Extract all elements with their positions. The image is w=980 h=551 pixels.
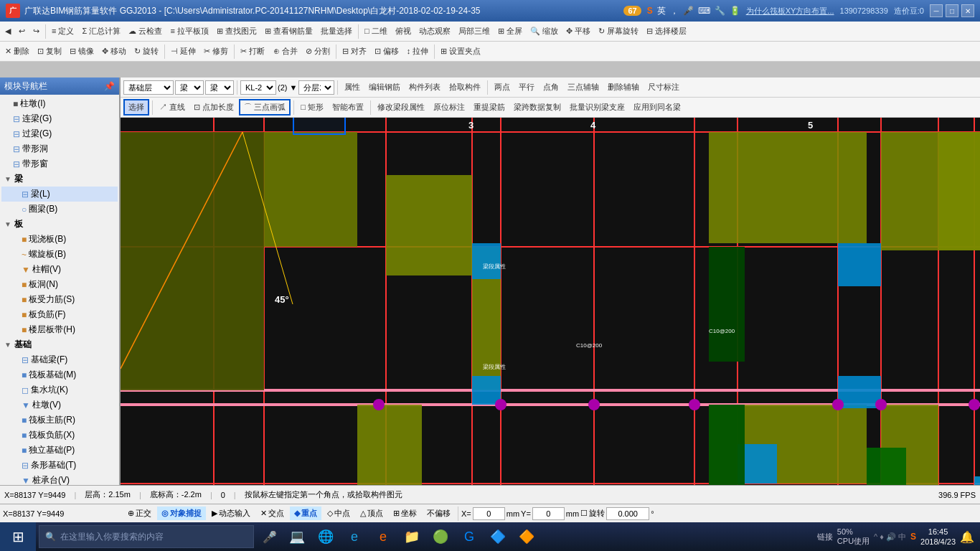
component-list-button[interactable]: 构件列表 [405,80,444,94]
beam-code-select[interactable]: KL-2 [240,80,276,95]
element-select[interactable]: 梁 [205,80,234,95]
minimize-button[interactable]: ─ [930,4,943,17]
smart-layout-button[interactable]: 智能布置 [329,100,367,114]
tree-item-loucenga[interactable]: ■ 楼层板带(H) [1,322,118,337]
two-point-button[interactable]: 两点 [491,80,514,94]
redo-button[interactable]: ↪ [29,25,43,37]
tree-item-daixingdong[interactable]: ⊟ 带形洞 [1,141,118,156]
help-link[interactable]: 为什么筏板XY方向布置... [746,6,834,17]
summary-button[interactable]: Σ 汇总计算 [78,24,124,38]
delete-button[interactable]: ✕ 删除 [1,44,33,58]
taskbar-app-ie[interactable]: e [340,522,369,551]
section-jichu[interactable]: ▼ 基础 [1,337,118,352]
taskbar-app-ie2[interactable]: e [369,522,397,551]
tree-item-quanliang[interactable]: ○ 圈梁(B) [1,202,118,217]
tree-item-luoxuanban[interactable]: ~ 螺旋板(B) [1,247,118,262]
y-input[interactable] [532,507,565,520]
x-input[interactable] [473,507,505,520]
fullscreen-button[interactable]: ⊞ 全屏 [494,24,526,38]
taskbar-app-edge[interactable]: 🌐 [311,522,340,551]
flat-top-button[interactable]: ≡ 拉平板顶 [166,24,212,38]
tree-item-jishuikeng[interactable]: ◻ 集水坑(K) [1,382,118,397]
top-view-button[interactable]: 俯视 [392,24,415,38]
select-floor-button[interactable]: ⊟ 选择楼层 [643,24,690,38]
close-button[interactable]: ✕ [961,4,974,17]
tree-item-daixingchuang[interactable]: ⊟ 带形窗 [1,156,118,171]
batch-select-button[interactable]: 批量选择 [317,24,356,38]
define-button[interactable]: ≡ 定义 [48,24,77,38]
dimension-button[interactable]: 尺寸标注 [644,80,683,94]
pick-component-button[interactable]: 拾取构件 [446,80,484,94]
stretch-button[interactable]: ↕ 拉伸 [403,44,433,58]
move-button[interactable]: ✥ 移动 [98,44,130,58]
tree-item-banfujin[interactable]: ■ 板负筋(F) [1,307,118,322]
section-ban[interactable]: ▼ 板 [1,217,118,232]
line-tool-button[interactable]: ↗ 直线 [156,100,189,114]
batch-identify-button[interactable]: 批量识别梁支座 [566,100,628,114]
ortho-button[interactable]: ⊕ 正交 [123,507,156,520]
copy-button[interactable]: ⊡ 复制 [34,44,65,58]
intersection-button[interactable]: ✕ 交点 [256,507,288,520]
tree-item-fabanzhuji[interactable]: ■ 筏板主筋(R) [1,413,118,428]
modify-beam-prop-button[interactable]: 修改梁段属性 [374,100,428,114]
beam-span-copy-button[interactable]: 梁跨数据复制 [510,100,565,114]
taskbar-app-blue2[interactable]: 🔷 [484,522,512,551]
position-mark-button[interactable]: 原位标注 [430,100,468,114]
center-button[interactable]: ◇ 中点 [323,507,354,520]
back-button[interactable]: ◀ [1,25,14,37]
dynamic-view-button[interactable]: 动态观察 [415,24,454,38]
maximize-button[interactable]: □ [946,4,958,17]
merge-button[interactable]: ⊕ 合并 [270,44,301,58]
start-button[interactable]: ⊞ [0,522,36,551]
three-point-aux-button[interactable]: 三点辅轴 [564,80,603,94]
tree-item-fabfujin[interactable]: ■ 筏板负筋(X) [1,428,118,443]
tree-item-jichuliang[interactable]: ⊟ 基础梁(F) [1,352,118,367]
split-button[interactable]: ⊘ 分割 [302,44,334,58]
tree-item-dulijichu[interactable]: ■ 独立基础(P) [1,443,118,458]
tree-item-lianliang[interactable]: ⊟ 连梁(G) [1,111,118,126]
break-button[interactable]: ✂ 打断 [237,44,268,58]
local-3d-button[interactable]: 局部三维 [455,24,494,38]
arc-tool-button[interactable]: ⌒ 三点画弧 [239,99,291,116]
zoom-button[interactable]: 🔍 缩放 [527,24,562,38]
midpoint-button[interactable]: ◆ 重点 [290,507,321,520]
rect-tool-button[interactable]: □ 矩形 [297,100,327,114]
coord-button[interactable]: ⊞ 坐标 [389,507,421,520]
property-button[interactable]: 属性 [341,80,364,94]
tree-item-zhudun[interactable]: ■ 柱墩(I) [1,96,118,111]
taskbar-app-files[interactable]: 💻 [283,522,311,551]
undo-button[interactable]: ↩ [15,25,29,37]
angle-button[interactable]: 点角 [540,80,562,94]
layer-select[interactable]: 基础层 [123,80,174,95]
offset-button[interactable]: ⊡ 偏移 [371,44,402,58]
repick-beam-button[interactable]: 重提梁筋 [470,100,509,114]
2d-button[interactable]: □ 二维 [361,24,391,38]
sub-floor-select[interactable]: 分层2 [298,80,334,95]
grip-button[interactable]: ⊞ 设置夹点 [437,44,484,58]
view-rebar-button[interactable]: ⊞ 查看钢筋量 [261,24,316,38]
align-button[interactable]: ⊟ 对齐 [339,44,370,58]
element-type-select[interactable]: 梁 [175,80,204,95]
tree-item-liang[interactable]: ⊟ 梁(L) [1,187,118,202]
edit-rebar-button[interactable]: 编辑钢筋 [365,80,404,94]
tree-item-zhumao[interactable]: ▼ 柱帽(V) [1,262,118,277]
tree-item-guoliang[interactable]: ⊟ 过梁(G) [1,126,118,141]
taskbar-app-blue1[interactable]: G [455,522,484,551]
trim-button[interactable]: ✂ 修剪 [200,44,232,58]
delete-aux-button[interactable]: 删除辅轴 [604,80,643,94]
screen-rotate-button[interactable]: ↻ 屏幕旋转 [595,24,642,38]
cloud-check-button[interactable]: ☁ 云检查 [125,24,166,38]
mirror-button[interactable]: ⊟ 镜像 [66,44,98,58]
taskbar-app-folder[interactable]: 📁 [397,522,426,551]
tree-item-tiaoxingjchu[interactable]: ⊟ 条形基础(T) [1,458,118,473]
apply-same-name-button[interactable]: 应用到同名梁 [630,100,684,114]
extend-button[interactable]: ⊣ 延伸 [167,44,199,58]
select-tool-button[interactable]: 选择 [123,99,149,116]
windows-search[interactable]: 🔍 在这里输入你要搜索的内容 [39,525,254,548]
rotate-input[interactable] [606,507,649,520]
parallel-button[interactable]: 平行 [515,80,538,94]
section-liang[interactable]: ▼ 梁 [1,171,118,187]
taskbar-app-orange[interactable]: 🔶 [512,522,541,551]
vertex-button[interactable]: △ 顶点 [356,507,387,520]
notification-icon[interactable]: 🔔 [960,530,974,544]
